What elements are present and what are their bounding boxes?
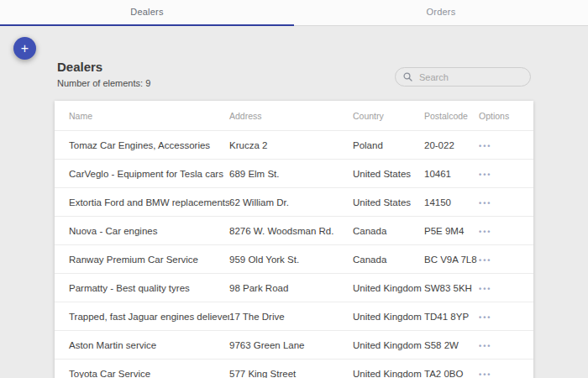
cell-name: Aston Martin service (55, 331, 229, 360)
table-row: CarVeglo - Equipment for Tesla cars689 E… (55, 160, 533, 188)
tab-dealers[interactable]: Dealers (0, 0, 294, 25)
table-row: Extortia Ford and BMW replacements62 Wil… (55, 188, 533, 217)
plus-icon: + (21, 41, 29, 55)
tab-orders-label: Orders (427, 7, 456, 17)
cell-postalcode: S58 2W (424, 331, 479, 360)
elements-count: Number of elements: 9 (57, 78, 150, 88)
cell-postalcode: 10461 (424, 160, 479, 188)
cell-options: ••• (479, 131, 533, 160)
cell-address: 9763 Green Lane (229, 331, 353, 360)
cell-options: ••• (479, 331, 533, 360)
cell-country: Canada (353, 245, 424, 274)
table-row: Nuova - Car engines8276 W. Woodsman Rd.C… (55, 217, 533, 245)
cell-address: Krucza 2 (229, 131, 353, 160)
cell-options: ••• (479, 274, 533, 302)
cell-options: ••• (479, 188, 533, 217)
cell-postalcode: TD41 8YP (424, 302, 479, 331)
cell-address: 98 Park Road (229, 274, 353, 302)
cell-options: ••• (479, 360, 533, 378)
row-options-ellipsis-icon[interactable]: ••• (479, 256, 491, 265)
tab-bar: Dealers Orders (0, 0, 588, 26)
column-header: Postalcode (424, 101, 479, 131)
cell-country: United States (353, 188, 424, 217)
cell-options: ••• (479, 245, 533, 274)
cell-country: United Kingdom (353, 331, 424, 360)
cell-options: ••• (479, 160, 533, 188)
row-options-ellipsis-icon[interactable]: ••• (479, 199, 491, 207)
cell-name: Nuova - Car engines (55, 217, 229, 245)
cell-name: Trapped, fast Jaguar engines delievery (55, 302, 229, 331)
row-options-ellipsis-icon[interactable]: ••• (479, 171, 491, 179)
tab-dealers-label: Dealers (130, 7, 163, 17)
cell-country: United Kingdom (353, 274, 424, 302)
cell-address: 577 King Street (229, 360, 353, 378)
cell-country: United Kingdom (353, 302, 424, 331)
dealers-table: NameAddressCountryPostalcodeOptions Toma… (55, 101, 533, 378)
cell-postalcode: SW83 5KH (424, 274, 479, 302)
cell-name: Extortia Ford and BMW replacements (55, 188, 229, 217)
row-options-ellipsis-icon[interactable]: ••• (479, 228, 491, 236)
cell-country: United States (353, 160, 424, 188)
cell-address: 17 The Drive (229, 302, 353, 331)
cell-country: United Kingdom (353, 360, 424, 378)
table-row: Aston Martin service9763 Green LaneUnite… (55, 331, 533, 360)
row-options-ellipsis-icon[interactable]: ••• (479, 313, 491, 322)
cell-address: 62 William Dr. (229, 188, 353, 217)
cell-name: CarVeglo - Equipment for Tesla cars (55, 160, 229, 188)
add-dealer-button[interactable]: + (13, 37, 36, 60)
cell-options: ••• (479, 302, 533, 331)
column-header: Options (479, 101, 533, 131)
tab-orders[interactable]: Orders (294, 0, 588, 25)
row-options-ellipsis-icon[interactable]: ••• (479, 370, 491, 378)
cell-postalcode: P5E 9M4 (424, 217, 479, 245)
table-row: Ranway Premium Car Service959 Old York S… (55, 245, 533, 274)
cell-country: Canada (353, 217, 424, 245)
cell-address: 8276 W. Woodsman Rd. (229, 217, 353, 245)
row-options-ellipsis-icon[interactable]: ••• (479, 285, 491, 293)
table-body: Tomaz Car Engines, AccessoriesKrucza 2Po… (55, 131, 533, 378)
cell-address: 959 Old York St. (229, 245, 353, 274)
row-options-ellipsis-icon[interactable]: ••• (479, 342, 491, 350)
page-title: Dealers (57, 60, 102, 74)
search-box[interactable] (395, 67, 531, 87)
cell-options: ••• (479, 217, 533, 245)
cell-name: Tomaz Car Engines, Accessories (55, 131, 229, 160)
cell-postalcode: TA2 0BO (424, 360, 479, 378)
cell-name: Ranway Premium Car Service (55, 245, 229, 274)
cell-postalcode: BC V9A 7L8 (424, 245, 479, 274)
dealers-table-card: NameAddressCountryPostalcodeOptions Toma… (55, 101, 533, 378)
cell-postalcode: 20-022 (424, 131, 479, 160)
cell-name: Toyota Car Service (55, 360, 229, 378)
cell-address: 689 Elm St. (229, 160, 353, 188)
cell-country: Poland (353, 131, 424, 160)
table-row: Parmatty - Best quality tyres98 Park Roa… (55, 274, 533, 302)
search-icon (403, 72, 412, 81)
table-row: Tomaz Car Engines, AccessoriesKrucza 2Po… (55, 131, 533, 160)
row-options-ellipsis-icon[interactable]: ••• (479, 142, 491, 150)
table-row: Trapped, fast Jaguar engines delievery17… (55, 302, 533, 331)
column-header: Country (353, 101, 424, 131)
cell-postalcode: 14150 (424, 188, 479, 217)
active-tab-underline (0, 24, 294, 26)
column-header: Name (55, 101, 229, 131)
search-input[interactable] (417, 71, 522, 83)
table-header-row: NameAddressCountryPostalcodeOptions (55, 101, 533, 131)
cell-name: Parmatty - Best quality tyres (55, 274, 229, 302)
column-header: Address (229, 101, 353, 131)
table-row: Toyota Car Service577 King StreetUnited … (55, 360, 533, 378)
